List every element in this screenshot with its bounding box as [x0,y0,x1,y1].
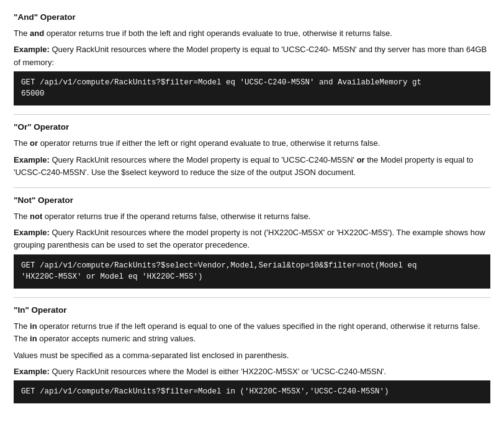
divider-2 [14,187,490,188]
not-code-block: GET /api/v1/compute/RackUnits?$select=Ve… [14,254,490,289]
not-example-label: Example: Query RackUnit resources where … [14,227,490,251]
and-operator-title: "And" Operator [14,11,490,24]
and-code-block: GET /api/v1/compute/RackUnits?$filter=Mo… [14,71,490,106]
not-operator-body: The not operator returns true if the ope… [14,210,490,223]
in-operator-body: The in operator returns true if the left… [14,320,490,345]
divider-3 [14,297,490,298]
or-keyword-inline: or [357,155,365,164]
or-operator-body: The or operator returns true if either t… [14,137,490,150]
or-keyword: or [30,138,38,148]
and-example-label: Example: Query RackUnit resources where … [14,43,490,68]
in-example-label: Example: Query RackUnit resources where … [14,366,490,378]
and-example-bold: Example: [14,45,50,54]
not-example-bold: Example: [14,228,50,237]
in-operator-title: "In" Operator [14,304,490,316]
or-operator-section: "Or" Operator The or operator returns tr… [14,121,490,179]
and-operator-body: The and operator returns true if both th… [14,27,490,40]
and-keyword: and [30,29,44,38]
in-code-block: GET /api/v1/compute/RackUnits?$filter=Mo… [14,380,490,403]
not-operator-section: "Not" Operator The not operator returns … [14,194,490,289]
in-operator-section: "In" Operator The in operator returns tr… [14,304,490,403]
in-operator-values-note: Values must be specified as a comma-sepa… [14,349,490,362]
divider-1 [14,114,490,115]
in-example-bold: Example: [14,367,50,376]
not-operator-title: "Not" Operator [14,194,490,207]
and-operator-section: "And" Operator The and operator returns … [14,11,490,106]
in-keyword-2: in [30,334,37,343]
or-example-bold: Example: [14,155,50,164]
in-keyword-1: in [30,321,37,331]
or-example-label: Example: Query RackUnit resources where … [14,154,490,179]
not-keyword: not [30,212,42,221]
or-operator-title: "Or" Operator [14,121,490,133]
